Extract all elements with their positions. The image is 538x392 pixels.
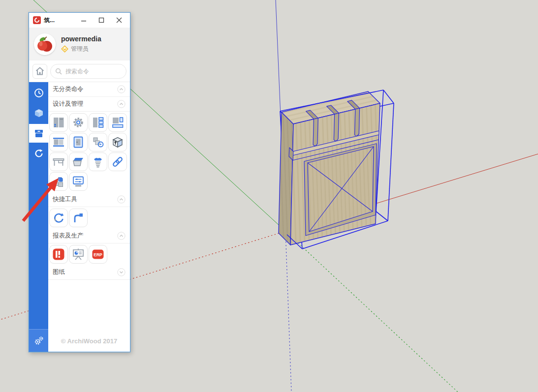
chevron-up-icon — [117, 232, 126, 240]
user-role: 管理员 — [71, 45, 89, 53]
user-name: powermedia — [61, 35, 101, 43]
sidebar-item-sync[interactable] — [29, 144, 48, 163]
screw-icon — [91, 155, 105, 169]
wardrobe-icon — [52, 116, 65, 129]
section-header-design[interactable]: 设计及管理 — [48, 97, 130, 112]
maximize-icon — [98, 17, 104, 23]
desk-icon — [52, 155, 65, 169]
chevron-up-icon — [117, 195, 126, 204]
tool-screw[interactable] — [89, 152, 107, 171]
minimize-icon — [81, 17, 87, 23]
design-tools-grid — [48, 112, 130, 192]
erp-label: ERP — [94, 252, 102, 257]
sidebar-item-library[interactable] — [29, 124, 48, 143]
tool-redo-square[interactable] — [69, 209, 88, 227]
section-label: 图纸 — [53, 268, 65, 276]
sidebar-item-history[interactable] — [29, 84, 48, 102]
sidebar-rail — [29, 82, 48, 352]
presentation-chart-icon — [71, 247, 85, 261]
cubes-blue-icon — [52, 175, 65, 188]
redo-square-icon — [71, 211, 85, 225]
tool-desk[interactable] — [49, 152, 68, 171]
blue-axis-dotted — [285, 231, 291, 392]
tool-board-layout[interactable] — [108, 113, 127, 132]
board-layout-icon — [111, 116, 125, 129]
tool-cubes-blue[interactable] — [49, 172, 68, 191]
tool-sliding-door[interactable] — [49, 133, 68, 151]
close-icon — [116, 17, 122, 23]
history-clock-icon — [33, 88, 44, 98]
panel-list-icon — [91, 116, 105, 129]
plugin-logo-icon — [33, 16, 41, 24]
library-box-icon — [33, 128, 44, 139]
erp-badge: ERP — [91, 247, 105, 261]
tool-sliders-panel[interactable] — [69, 172, 88, 191]
tool-door-panel[interactable] — [69, 133, 88, 151]
search-icon — [55, 68, 63, 75]
copyright-text: © ArchiWood 2017 — [48, 332, 130, 352]
sliders-panel-icon — [71, 175, 85, 188]
section-label: 报表及生产 — [53, 232, 84, 240]
section-header-uncategorized[interactable]: 无分类命令 — [48, 82, 130, 97]
plugin-window: 筑... powermedia — [29, 12, 130, 352]
tool-cubes-circle[interactable] — [89, 133, 107, 151]
chevron-up-icon — [117, 85, 126, 93]
chevron-up-icon — [117, 100, 126, 108]
gear-icon — [71, 116, 85, 129]
section-label: 快捷工具 — [53, 195, 77, 204]
section-header-reports[interactable]: 报表及生产 — [48, 229, 130, 243]
maximize-button[interactable] — [93, 13, 110, 27]
command-panel: 无分类命令 设计及管理 — [48, 82, 130, 352]
rotate-sync-icon — [52, 211, 65, 225]
components-cube-icon — [33, 108, 44, 119]
tool-wardrobe[interactable] — [49, 113, 68, 132]
sliding-door-icon — [52, 135, 65, 149]
section-header-drawings[interactable]: 图纸 — [48, 265, 130, 280]
section-label: 设计及管理 — [53, 100, 84, 108]
avatar[interactable] — [34, 33, 56, 55]
section-header-quick-tools[interactable]: 快捷工具 — [48, 192, 130, 207]
chevron-down-icon — [117, 268, 126, 276]
chain-link-icon — [111, 155, 125, 169]
collapse-button[interactable] — [117, 232, 126, 240]
user-profile: powermedia 管理员 — [29, 28, 130, 60]
close-button[interactable] — [110, 13, 128, 27]
cabinet-model[interactable] — [279, 91, 380, 245]
sidebar-item-components[interactable] — [29, 104, 48, 122]
tool-erp[interactable]: ERP — [89, 245, 107, 264]
titlebar[interactable]: 筑... — [29, 13, 130, 28]
search-row — [29, 60, 130, 82]
collapse-button[interactable] — [117, 100, 126, 108]
tool-red-bars[interactable] — [49, 245, 68, 264]
section-label: 无分类命令 — [53, 85, 84, 93]
sync-icon — [33, 148, 44, 159]
gears-settings-icon — [33, 335, 45, 347]
tool-panel-list[interactable] — [89, 113, 107, 132]
cubes-circle-icon — [91, 135, 105, 149]
home-icon — [34, 66, 45, 76]
quick-tools-grid — [48, 207, 130, 229]
window-title: 筑... — [44, 16, 55, 25]
sidebar-settings-button[interactable] — [29, 329, 48, 352]
tool-settings-gear[interactable] — [69, 113, 88, 132]
reports-tools-grid: ERP — [48, 243, 130, 265]
admin-badge-icon — [61, 45, 68, 53]
tool-chain-link[interactable] — [108, 152, 127, 171]
green-axis-dotted — [285, 231, 458, 392]
tool-box-extrude[interactable] — [108, 133, 127, 151]
collapse-button[interactable] — [117, 85, 126, 93]
collapse-button[interactable] — [117, 195, 126, 204]
home-button[interactable] — [32, 64, 47, 79]
tool-presentation-chart[interactable] — [69, 245, 88, 264]
tool-rotate-sync[interactable] — [49, 209, 68, 227]
minimize-button[interactable] — [75, 13, 93, 27]
bucket-icon — [71, 155, 85, 169]
tool-bucket[interactable] — [69, 152, 88, 171]
expand-button[interactable] — [117, 268, 126, 276]
red-bars-icon — [52, 247, 65, 261]
box-extrude-icon — [111, 135, 125, 149]
door-panel-icon — [71, 135, 85, 149]
